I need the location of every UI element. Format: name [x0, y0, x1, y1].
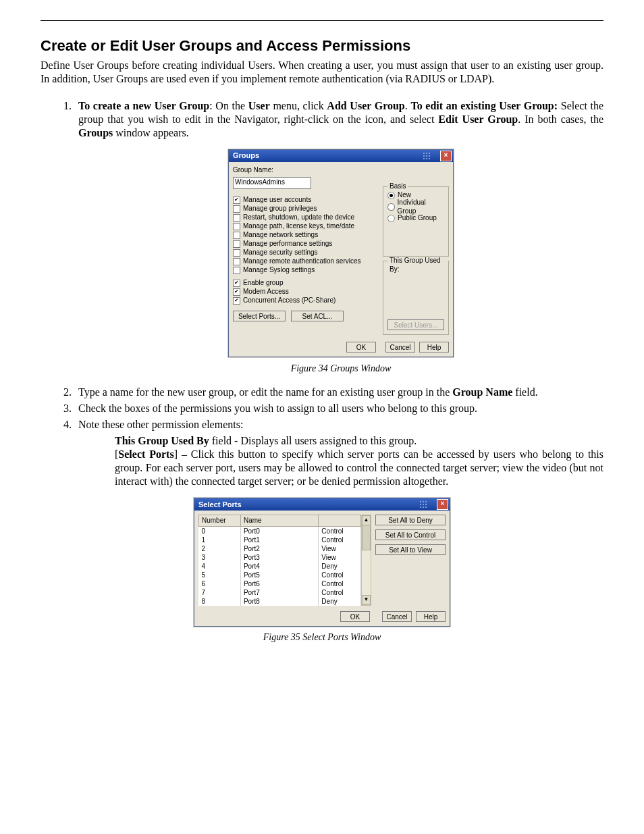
this-group-legend: This Group Used By:: [387, 257, 448, 273]
perm-label: Manage Syslog settings: [243, 266, 315, 275]
table-row: 0Port0Control: [199, 526, 361, 536]
opt-checkbox[interactable]: [233, 280, 240, 287]
intro-paragraph: Define User Groups before creating indiv…: [41, 59, 603, 86]
ports-title: Select Ports: [198, 500, 242, 509]
opt-label: Enable group: [243, 279, 284, 288]
table-scrollbar[interactable]: ▲ ▼: [361, 515, 371, 606]
basis-label: Individual Group: [398, 199, 444, 215]
groups-title: Groups: [233, 151, 259, 161]
scroll-thumb[interactable]: [362, 525, 371, 550]
drag-grip-icon[interactable]: [419, 500, 434, 509]
perm-label: Manage performance settings: [243, 240, 332, 249]
perm-label: Manage remote authentication services: [243, 257, 361, 266]
table-row: 5Port5Control: [199, 571, 361, 579]
opt-checkbox[interactable]: [233, 297, 240, 305]
step-3: Check the boxes of the permissions you w…: [74, 402, 603, 415]
set-all-view-button[interactable]: Set All to View: [375, 544, 446, 555]
basis-radio[interactable]: [387, 192, 395, 199]
basis-legend: Basis: [387, 182, 408, 191]
opt-label: Modem Access: [243, 288, 289, 296]
section-heading: Create or Edit User Groups and Access Pe…: [41, 37, 603, 55]
set-acl-button[interactable]: Set ACL...: [291, 311, 344, 321]
drag-grip-icon[interactable]: [423, 152, 437, 160]
help-button[interactable]: Help: [416, 611, 446, 622]
set-all-control-button[interactable]: Set All to Control: [375, 529, 446, 540]
perm-label: Restart, shutdown, update the device: [243, 213, 354, 222]
table-row: 3Port3View: [199, 553, 361, 562]
close-icon[interactable]: ×: [437, 499, 448, 510]
ports-titlebar[interactable]: Select Ports ×: [194, 498, 450, 511]
perm-label: Manage group privileges: [243, 205, 317, 213]
perm-checkbox[interactable]: [233, 249, 240, 257]
perm-label: Manage path, license keys, time/date: [243, 222, 354, 231]
table-row: 1Port1Control: [199, 536, 361, 544]
sub-used-by: This Group Used By field - Displays all …: [115, 434, 603, 448]
table-row: 4Port4Deny: [199, 562, 361, 571]
cancel-button[interactable]: Cancel: [382, 611, 412, 622]
perm-label: Manage user accounts: [243, 196, 311, 205]
sub-select-ports: [Select Ports] – Click this button to sp…: [115, 448, 603, 488]
ok-button[interactable]: OK: [346, 342, 376, 353]
help-button[interactable]: Help: [419, 342, 449, 353]
ports-table[interactable]: Number Name 0Port0Control 1Port1Control …: [198, 515, 361, 606]
basis-radio[interactable]: [387, 215, 395, 222]
perm-label: Manage security settings: [243, 249, 318, 257]
col-number[interactable]: Number: [199, 515, 241, 526]
perm-checkbox[interactable]: [233, 197, 240, 204]
step-1: To create a new User Group: On the User …: [74, 99, 603, 375]
perm-checkbox[interactable]: [233, 232, 240, 239]
perm-label: Manage network settings: [243, 231, 318, 240]
groups-titlebar[interactable]: Groups ×: [229, 150, 453, 162]
col-mode[interactable]: [319, 515, 360, 526]
select-ports-dialog: Select Ports × Number Name: [194, 498, 450, 627]
perm-checkbox[interactable]: [233, 223, 240, 230]
cancel-button[interactable]: Cancel: [385, 342, 415, 353]
figure-35-caption: Figure 35 Select Ports Window: [41, 632, 603, 643]
select-users-button[interactable]: Select Users...: [387, 319, 444, 330]
perm-checkbox[interactable]: [233, 205, 240, 213]
opt-checkbox[interactable]: [233, 288, 240, 296]
table-row: 7Port7Control: [199, 588, 361, 597]
scroll-up-icon[interactable]: ▲: [362, 515, 371, 525]
table-row: 6Port6Control: [199, 579, 361, 588]
col-name[interactable]: Name: [240, 515, 318, 526]
table-row: 8Port8Deny: [199, 597, 361, 606]
step-2: Type a name for the new user group, or e…: [74, 386, 603, 399]
close-icon[interactable]: ×: [440, 151, 452, 161]
ok-button[interactable]: OK: [340, 611, 370, 622]
perm-checkbox[interactable]: [233, 240, 240, 248]
perm-checkbox[interactable]: [233, 214, 240, 221]
groups-dialog: Groups × Group Name: WindowsAdmins: [228, 149, 454, 357]
perm-checkbox[interactable]: [233, 267, 240, 274]
step-4: Note these other permission elements:: [74, 418, 603, 432]
perm-checkbox[interactable]: [233, 258, 240, 265]
table-row: 2Port2View: [199, 544, 361, 553]
basis-radio[interactable]: [387, 203, 395, 211]
group-name-label: Group Name:: [233, 166, 379, 175]
figure-34-caption: Figure 34 Groups Window: [78, 363, 603, 375]
scroll-down-icon[interactable]: ▼: [362, 595, 371, 605]
select-ports-button[interactable]: Select Ports...: [233, 311, 286, 321]
basis-label: Public Group: [398, 214, 437, 223]
opt-label: Concurrent Access (PC-Share): [243, 296, 336, 305]
group-name-input[interactable]: WindowsAdmins: [233, 177, 311, 189]
permissions-list: Manage user accounts Manage group privil…: [233, 196, 379, 275]
set-all-deny-button[interactable]: Set All to Deny: [375, 515, 446, 525]
